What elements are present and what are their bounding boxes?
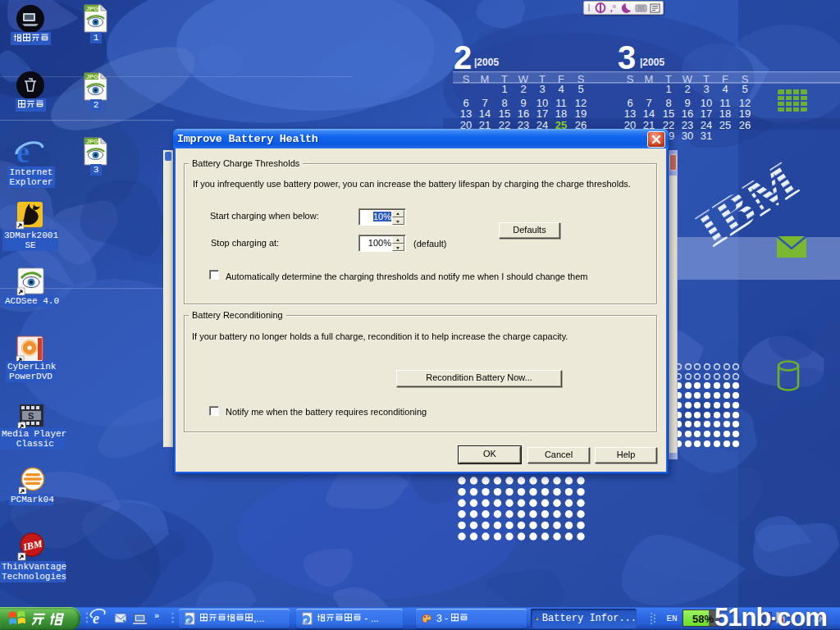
svg-text:,°: ,° — [610, 3, 616, 13]
svg-text:JPG: JPG — [86, 138, 98, 145]
svg-text:S: S — [28, 411, 34, 421]
svg-text:e: e — [304, 615, 308, 624]
svg-text:JPG: JPG — [86, 5, 98, 12]
svg-text:e: e — [186, 615, 190, 624]
svg-text:JPG: JPG — [86, 73, 98, 80]
svg-text:»: » — [154, 610, 159, 620]
svg-text:e: e — [93, 610, 99, 627]
